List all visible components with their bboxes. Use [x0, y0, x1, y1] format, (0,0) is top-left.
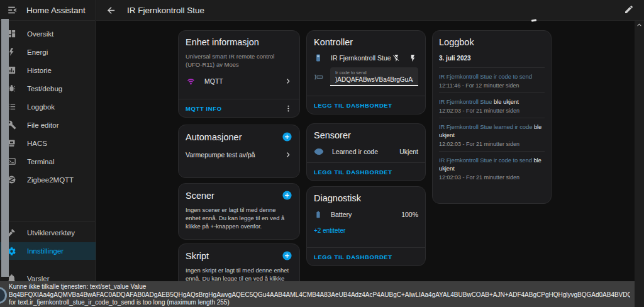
diagnostics-card: Diagnostisk Battery 100% +2 entiteter LE… [306, 186, 426, 266]
text-entity-icon [314, 72, 323, 82]
scroll-up-arrow-icon[interactable] [636, 22, 643, 28]
sidebar-item-file-editor[interactable]: File editor [0, 116, 96, 134]
sidebar-divider [0, 221, 96, 222]
mqtt-info-link[interactable]: MQTT INFO [186, 105, 222, 112]
logbook-entry-time: 12:02:03 - For 21 minutter siden [439, 108, 545, 114]
chevron-right-icon [284, 150, 292, 159]
sensors-add-to-dashboard-link[interactable]: LEGG TIL DASHBORDET [314, 169, 392, 176]
back-arrow-icon[interactable] [106, 5, 116, 16]
logbook-entry-time: 12:02:03 - For 21 minutter siden [439, 141, 545, 147]
add-script-button[interactable] [282, 250, 292, 261]
sidebar-item-energi[interactable]: Energi [0, 43, 96, 61]
toast-line-2: Bq4BFQXIAa4gAQMVBa4BwAFAC0ADQAFAB0ADgAEB… [9, 291, 630, 299]
scroll-hint [531, 19, 536, 21]
controls-title: Kontroller [314, 37, 418, 47]
error-toast: Kunne ikke tilkalle tjenesten: text/set_… [0, 281, 637, 307]
mqtt-connection-row[interactable]: MQTT [186, 75, 292, 86]
sidebar-item-terminal[interactable]: Terminal [0, 152, 96, 170]
menu-icon[interactable] [7, 4, 18, 16]
ir-code-input[interactable]: Ir code to send )ADQAFABwsVBa4BrgGuAa4Br… [330, 67, 418, 86]
sidebar-item-hacs[interactable]: HACS [0, 134, 96, 152]
sensors-card: Sensorer Learned ir code Ukjent LEGG TIL… [306, 123, 426, 181]
page-title: IR Fjernkontroll Stue [127, 6, 204, 15]
automation-row[interactable]: Varmepumpe test av/på [186, 150, 292, 159]
more-entities-link[interactable]: +2 entiteter [314, 227, 418, 234]
logbook-entry-time: 12:11:46 - For 12 minutter siden [439, 82, 545, 89]
logbook-entity-link[interactable]: IR Fjernkontroll Stue ir code to send [439, 157, 532, 164]
sidebar-item-zigbee2mqtt[interactable]: Zigbee2MQTT [0, 170, 96, 189]
logbook-entity-link[interactable]: IR Fjernkontroll Stue [439, 98, 492, 105]
logbook-entity-link[interactable]: IR Fjernkontroll Stue ir code to send [439, 73, 532, 80]
sensor-value: Ukjent [399, 148, 418, 155]
scenes-card: Scener Ingen scener er lagt til med denn… [178, 183, 300, 240]
device-description: Universal smart IR remote control (UFO-R… [186, 52, 292, 69]
toast-line-1: Kunne ikke tilkalle tjenesten: text/set_… [9, 283, 630, 291]
logbook-entry: IR Fjernkontroll Stue ir code to send bl… [439, 151, 545, 184]
logbook-date: 3. juli 2023 [439, 55, 545, 67]
app-header: IR Fjernkontroll Stue [96, 0, 644, 21]
eye-icon [314, 147, 324, 157]
controls-card: Kontroller IR Fjernkontroll Stue Ir [306, 30, 426, 114]
learn-off-flash-off-icon[interactable] [392, 54, 401, 62]
logbook-entry: IR Fjernkontroll Stue ir code to send 12… [439, 67, 545, 92]
add-scene-button[interactable] [282, 190, 292, 201]
sidebar-item-historie[interactable]: Historie [0, 61, 96, 79]
logbook-entity-link[interactable]: IR Fjernkontroll Stue learned ir code [439, 123, 532, 130]
sidebar-header: Home Assistant [0, 0, 95, 21]
vertical-scrollbar[interactable] [635, 21, 644, 307]
automations-title: Automasjoner [186, 132, 242, 142]
controls-entity-name: IR Fjernkontroll Stue [331, 54, 392, 62]
add-automation-button[interactable] [282, 131, 292, 142]
sidebar-item-oversikt[interactable]: Oversikt [0, 25, 96, 43]
battery-row[interactable]: Battery 100% [314, 209, 418, 220]
scrollbar-thumb[interactable] [1, 19, 9, 277]
logbook-entry: IR Fjernkontroll Stue learned ir code bl… [439, 118, 545, 151]
sensor-row[interactable]: Learned ir code Ukjent [314, 147, 418, 157]
sidebar-item-utviklerverktoy[interactable]: Utviklerverktøy [0, 223, 96, 242]
toast-line-3: for text.ir_fjernkontroll_stue_ir_code_t… [9, 299, 630, 307]
diagnostics-add-to-dashboard-link[interactable]: LEGG TIL DASHBORDET [314, 254, 392, 260]
learn-flash-icon[interactable] [409, 54, 417, 62]
sensors-title: Sensorer [314, 130, 418, 140]
app-title: Home Assistant [26, 6, 86, 15]
sidebar-item-test-debug[interactable]: Test/debug [0, 79, 96, 98]
kebab-menu-icon[interactable] [284, 104, 292, 113]
mqtt-wifi-icon [186, 75, 196, 86]
logbook-entry: IR Fjernkontroll Stue ble ukjent 12:02:0… [439, 92, 545, 118]
battery-value: 100% [401, 211, 418, 218]
controls-add-to-dashboard-link[interactable]: LEGG TIL DASHBORDET [314, 102, 392, 109]
device-info-card: Enhet informasjon Universal smart IR rem… [178, 30, 300, 118]
home-assistant-app: Home Assistant Oversikt Energi Historie … [0, 0, 644, 307]
logbook-title: Loggbok [439, 37, 545, 47]
scripts-title: Skript [186, 251, 209, 261]
diagnostics-title: Diagnostisk [314, 193, 418, 203]
ir-code-input-value: )ADQAFABwsVBa4BrgGuAa4BrgE= [335, 76, 413, 83]
scenes-empty-text: Ingen scener er lagt til med denne enhet… [186, 206, 292, 230]
scenes-title: Scener [186, 191, 214, 201]
edit-pencil-icon[interactable] [624, 4, 634, 14]
remote-control-icon [314, 53, 323, 63]
ir-code-input-label: Ir code to send [335, 70, 413, 75]
logbook-card: Loggbok 3. juli 2023 IR Fjernkontroll St… [432, 30, 552, 204]
battery-icon [314, 209, 323, 220]
chevron-right-icon [284, 77, 292, 86]
logbook-entry-time: 12:02:03 - For 21 minutter siden [439, 174, 545, 181]
device-info-title: Enhet informasjon [186, 37, 292, 47]
sidebar: Home Assistant Oversikt Energi Historie … [0, 0, 96, 307]
sidebar-item-innstillinger[interactable]: Innstillinger [0, 242, 96, 260]
automations-card: Automasjoner Varmepumpe test av/på [178, 125, 300, 178]
sidebar-item-loggbok[interactable]: Loggbok [0, 98, 96, 116]
